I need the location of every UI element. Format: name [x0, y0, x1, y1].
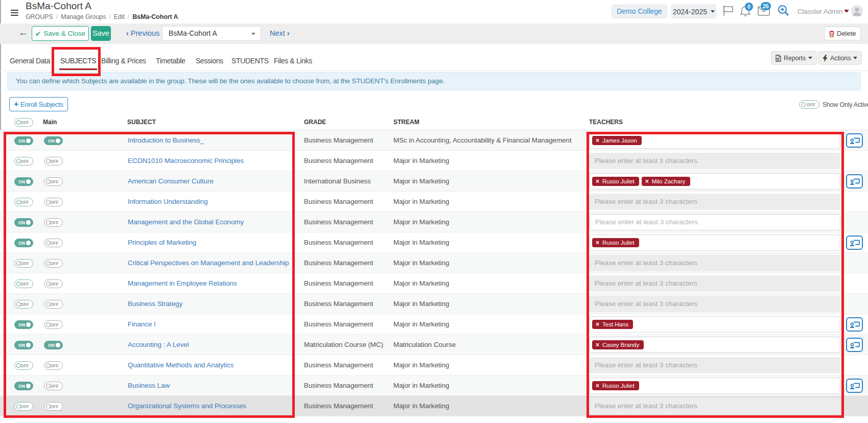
assign-teacher-icon: [850, 341, 860, 349]
main-toggle[interactable]: OFF: [44, 382, 63, 390]
hamburger-menu-icon[interactable]: [11, 10, 18, 16]
teachers-input[interactable]: ×Russo Juliet: [589, 234, 840, 251]
remove-teacher-icon[interactable]: ×: [596, 178, 599, 185]
save-and-close-button[interactable]: ✔Save & Close: [32, 26, 89, 41]
active-toggle[interactable]: ON: [14, 320, 33, 329]
subject-link[interactable]: Organizational Systems and Processes: [128, 396, 246, 416]
subject-link[interactable]: Finance I: [128, 314, 156, 335]
teachers-input[interactable]: ×James Jason: [589, 132, 840, 149]
tab-sessions[interactable]: Sessions: [196, 57, 223, 65]
assign-teacher-button[interactable]: [846, 338, 863, 352]
active-toggle[interactable]: OFF: [14, 402, 33, 411]
remove-teacher-icon[interactable]: ×: [596, 341, 599, 348]
teacher-chip[interactable]: ×Russo Juliet: [592, 177, 639, 186]
subject-link[interactable]: ECON1010 Macroeconomic Principles: [128, 151, 244, 171]
subject-link[interactable]: Accounting : A Level: [128, 335, 189, 355]
main-toggle[interactable]: OFF: [44, 239, 63, 247]
active-toggle[interactable]: ON: [14, 136, 33, 145]
subject-link[interactable]: Business Law: [128, 375, 170, 396]
active-toggle[interactable]: ON: [14, 177, 33, 186]
teachers-input[interactable]: Please enter at least 3 characters: [589, 214, 840, 230]
remove-teacher-icon[interactable]: ×: [645, 178, 649, 185]
search-zoom-icon[interactable]: [778, 5, 789, 16]
assign-teacher-button[interactable]: [846, 379, 863, 393]
main-toggle[interactable]: OFF: [44, 402, 63, 411]
main-toggle[interactable]: ON: [44, 341, 63, 349]
header-active-toggle[interactable]: OFF: [14, 118, 33, 127]
teacher-chip[interactable]: ×Milo Zachary: [642, 177, 690, 186]
actions-button[interactable]: Actions: [818, 51, 862, 65]
assign-teacher-button[interactable]: [846, 133, 863, 148]
main-toggle[interactable]: ON: [44, 136, 63, 145]
active-toggle[interactable]: OFF: [14, 259, 33, 268]
page: BsMa-Cohort A GROUPS/Manage Groups/Edit/…: [0, 0, 868, 423]
tab-timetable[interactable]: Timetable: [156, 57, 185, 65]
active-toggle[interactable]: OFF: [14, 300, 33, 309]
subject-link[interactable]: Information Understanding: [128, 192, 208, 212]
back-button[interactable]: ←: [18, 27, 28, 38]
tab-billing-prices[interactable]: Billing & Prices: [101, 57, 146, 65]
subject-link[interactable]: Management and the Global Economy: [128, 212, 244, 232]
subject-link[interactable]: Quantitative Methods and Analytics: [128, 355, 233, 375]
teachers-input[interactable]: ×Russo Juliet: [589, 378, 840, 394]
assign-teacher-button[interactable]: [846, 174, 863, 189]
next-button[interactable]: Next ›: [270, 29, 290, 37]
remove-teacher-icon[interactable]: ×: [596, 137, 599, 144]
save-button[interactable]: Save: [91, 26, 111, 41]
main-toggle[interactable]: OFF: [44, 361, 63, 370]
remove-teacher-icon[interactable]: ×: [596, 321, 599, 328]
tab-general-data[interactable]: General Data: [10, 57, 50, 65]
college-button[interactable]: Demo College: [612, 5, 667, 18]
breadcrumb-groups[interactable]: GROUPS: [26, 13, 53, 20]
active-toggle[interactable]: ON: [14, 341, 33, 349]
main-toggle[interactable]: OFF: [44, 177, 63, 186]
main-toggle[interactable]: OFF: [44, 320, 63, 329]
reports-button[interactable]: Reports: [771, 51, 817, 65]
remove-teacher-icon[interactable]: ×: [596, 239, 599, 246]
teacher-chip[interactable]: ×Russo Juliet: [592, 381, 639, 390]
active-toggle[interactable]: OFF: [14, 361, 33, 370]
active-toggle[interactable]: ON: [14, 239, 33, 247]
subject-link[interactable]: Critical Perspectives on Management and …: [128, 253, 289, 273]
teacher-chip[interactable]: ×Russo Juliet: [592, 238, 639, 247]
tab-files-links[interactable]: Files & Links: [274, 57, 312, 65]
teacher-chip[interactable]: ×James Jason: [592, 136, 642, 145]
teacher-chip[interactable]: ×Casey Brandy: [592, 340, 644, 349]
show-only-active-toggle[interactable]: OFF: [799, 100, 819, 109]
subject-link[interactable]: Introduction to Business_: [128, 130, 204, 151]
breadcrumb-manage-groups[interactable]: Manage Groups: [61, 13, 106, 20]
subject-link[interactable]: Principles of Marketing: [128, 232, 196, 253]
teachers-input[interactable]: ×Casey Brandy: [589, 337, 840, 353]
active-toggle[interactable]: ON: [14, 218, 33, 227]
group-select[interactable]: BsMa-Cohort A: [162, 26, 261, 41]
tab-students[interactable]: STUDENTS: [231, 57, 269, 65]
teachers-input[interactable]: ×Russo Juliet×Milo Zachary: [589, 173, 840, 190]
subject-link[interactable]: Management in Employee Relations: [128, 273, 237, 294]
avatar[interactable]: [851, 5, 863, 17]
active-toggle[interactable]: OFF: [14, 198, 33, 206]
breadcrumb-edit[interactable]: Edit: [114, 13, 125, 20]
assign-teacher-button[interactable]: [846, 236, 863, 250]
delete-button[interactable]: Delete: [824, 27, 861, 40]
remove-teacher-icon[interactable]: ×: [596, 382, 599, 389]
teacher-chip[interactable]: ×Test Hans: [592, 320, 633, 329]
main-toggle[interactable]: OFF: [44, 157, 63, 166]
main-toggle[interactable]: OFF: [44, 218, 63, 227]
enroll-subjects-button[interactable]: +Enroll Subjects: [9, 97, 68, 111]
previous-button[interactable]: ‹ Previous: [126, 29, 159, 37]
active-toggle[interactable]: OFF: [14, 279, 33, 288]
teachers-input[interactable]: ×Test Hans: [589, 316, 840, 333]
year-select-button[interactable]: 2024-2025: [671, 5, 716, 18]
tab-subjects[interactable]: SUBJECTS: [60, 57, 96, 65]
user-menu[interactable]: Classter Admin: [797, 8, 842, 15]
flag-icon[interactable]: [722, 5, 734, 16]
active-toggle[interactable]: OFF: [14, 157, 33, 166]
subject-link[interactable]: Business Strategy: [128, 294, 182, 314]
main-toggle[interactable]: OFF: [44, 300, 63, 309]
subject-link[interactable]: American Consumer Culture: [128, 171, 214, 192]
main-toggle[interactable]: OFF: [44, 259, 63, 268]
main-toggle[interactable]: OFF: [44, 279, 63, 288]
assign-teacher-button[interactable]: [846, 317, 863, 332]
main-toggle[interactable]: OFF: [44, 198, 63, 206]
active-toggle[interactable]: ON: [14, 382, 33, 390]
